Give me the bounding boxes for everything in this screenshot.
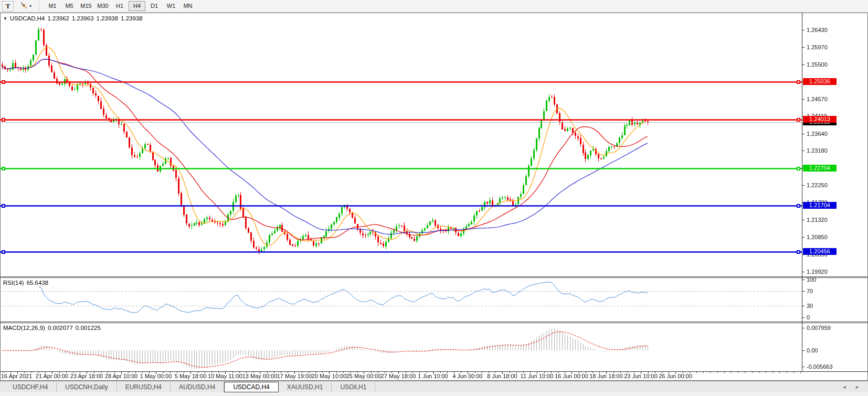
timeframe-mn-button[interactable]: MN (180, 1, 196, 11)
double-arrow-icon (20, 2, 28, 11)
timeframe-d1-button[interactable]: D1 (146, 1, 162, 11)
timeframe-m5-button[interactable]: M5 (61, 1, 77, 11)
chevron-down-icon: ▾ (29, 4, 31, 8)
timeframe-m15-button[interactable]: M15 (78, 1, 94, 11)
timeframe-h4-button[interactable]: H4 (129, 1, 145, 11)
timeframe-w1-button[interactable]: W1 (163, 1, 179, 11)
timeframe-m1-button[interactable]: M1 (45, 1, 60, 11)
tab-scroll-left-button[interactable]: ◄ (842, 384, 846, 390)
timeframe-m30-button[interactable]: M30 (95, 1, 111, 11)
timeframe-h1-button[interactable]: H1 (112, 1, 128, 11)
tab-eurusd-h4[interactable]: EURUSD,H4 (117, 382, 171, 392)
tab-usoil-h1[interactable]: USOil,H1 (332, 382, 375, 392)
tab-usdchf-h4[interactable]: USDCHF,H4 (4, 382, 57, 392)
tab-audusd-h4[interactable]: AUDUSD,H4 (171, 382, 224, 392)
text-tool-button[interactable]: T (2, 1, 14, 12)
tab-scroll-right-button[interactable]: ► (855, 384, 860, 390)
tab-usdcad-h4[interactable]: USDCAD,H4 (224, 382, 278, 392)
status-bar (0, 393, 868, 396)
tab-usdcnh-daily[interactable]: USDCNH,Daily (57, 382, 117, 392)
chart-tab-bar: USDCHF,H4 USDCNH,Daily EURUSD,H4 AUDUSD,… (0, 381, 868, 393)
toolbar-separator (39, 2, 40, 10)
price-chart-canvas[interactable] (0, 0, 868, 396)
arrow-objects-button[interactable]: ▾ (19, 2, 33, 11)
main-toolbar: T ▾ M1 M5 M15 M30 H1 H4 D1 W1 MN (0, 0, 868, 13)
tab-xauusd-h1[interactable]: XAUUSD,H1 (279, 382, 332, 392)
